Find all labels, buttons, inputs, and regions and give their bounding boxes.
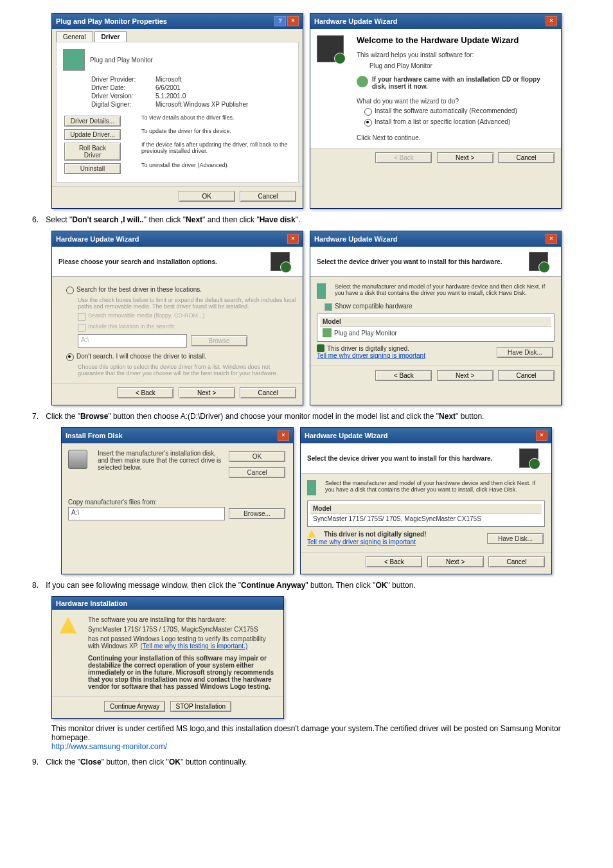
step-number: 8. (26, 581, 39, 590)
help-icon[interactable]: ? (274, 16, 286, 26)
radio-search[interactable] (66, 287, 74, 294)
rollback-driver-button[interactable]: Roll Back Driver (64, 143, 121, 161)
value: 6/6/2001 (155, 84, 181, 91)
model-header: Model (320, 317, 551, 327)
model-item[interactable]: SyncMaster 171S/ 175S/ 170S, MagicSyncMa… (310, 514, 542, 524)
cd-icon (357, 76, 368, 87)
opt-auto: Install the software automatically (Reco… (375, 107, 517, 114)
question: What do you want the wizard to do? (357, 98, 555, 105)
heading: Select the device driver you want to ins… (307, 455, 514, 462)
warning-icon (307, 529, 316, 538)
monitor-icon (317, 283, 326, 299)
close-icon[interactable]: × (287, 234, 299, 244)
cancel-button[interactable]: Cancel (240, 387, 296, 398)
dialog-title: Hardware Installation (56, 599, 127, 607)
ok-button[interactable]: OK (179, 191, 235, 202)
radio-auto[interactable] (364, 108, 372, 116)
label: Driver Version: (91, 93, 149, 100)
close-icon[interactable]: × (536, 430, 547, 441)
next-button[interactable]: Next > (179, 387, 235, 398)
signed-icon (317, 344, 324, 352)
close-icon[interactable]: × (546, 234, 557, 244)
have-disk-button[interactable]: Have Disk... (497, 347, 553, 358)
warning-text: Continuing your installation of this sof… (88, 655, 277, 690)
back-button[interactable]: < Back (117, 387, 173, 398)
back-button: < Back (375, 152, 432, 163)
browse-button[interactable]: Browse... (229, 508, 285, 519)
radio-no-search[interactable] (66, 353, 74, 361)
tab-general[interactable]: General (56, 31, 93, 42)
hardware-installation-warning-dialog: Hardware Installation The software you a… (51, 596, 284, 719)
chk-removable (78, 313, 85, 321)
opt-advanced: Install from a list or specific location… (375, 118, 510, 125)
radio-advanced[interactable] (364, 119, 372, 127)
value: 5.1.2001.0 (155, 93, 186, 100)
install-from-disk-dialog: Install From Disk × Insert the manufactu… (61, 427, 294, 574)
opt-search: Search for the best driver in these loca… (76, 286, 202, 293)
heading: Please choose your search and installati… (58, 258, 265, 265)
cancel-button[interactable]: Cancel (240, 191, 296, 202)
desc: To view details about the driver files. (141, 114, 235, 121)
next-button[interactable]: Next > (437, 152, 493, 163)
label: Driver Provider: (91, 76, 149, 83)
step8-text: If you can see following message window,… (46, 581, 415, 590)
monitor-icon (307, 480, 316, 495)
continue-hint: Click Next to continue. (357, 134, 555, 141)
cancel-button[interactable]: Cancel (229, 467, 285, 478)
wizard-search-options-dialog: Hardware Update Wizard × Please choose y… (51, 231, 303, 405)
browse-button: Browse (191, 335, 247, 346)
update-driver-button[interactable]: Update Driver... (64, 129, 121, 140)
chk-show-compat[interactable] (324, 303, 332, 311)
model-item[interactable]: Plug and Play Monitor (334, 330, 397, 337)
dialog-title: Hardware Update Wizard (305, 432, 388, 439)
samsung-link[interactable]: http://www.samsung-monitor.com/ (51, 742, 167, 751)
step-number: 6. (26, 215, 39, 224)
uninstall-button[interactable]: Uninstall (64, 163, 121, 174)
back-button[interactable]: < Back (366, 556, 422, 567)
model-list[interactable]: Model Plug and Play Monitor (317, 314, 555, 342)
ok-button[interactable]: OK (229, 451, 285, 462)
note-text: This monitor driver is under certified M… (51, 724, 587, 751)
chk-removable-label: Search removable media (floppy, CD-ROM..… (88, 312, 204, 319)
dialog-title: Hardware Update Wizard (56, 235, 139, 243)
next-button[interactable]: Next > (427, 556, 484, 567)
continue-anyway-button[interactable]: Continue Anyway (104, 701, 165, 712)
cancel-button[interactable]: Cancel (498, 152, 555, 163)
signed-text: This driver is digitally signed. (327, 345, 409, 352)
tab-driver[interactable]: Driver (94, 31, 127, 42)
close-icon[interactable]: × (278, 430, 289, 441)
cancel-button[interactable]: Cancel (498, 370, 555, 381)
device-heading: Plug and Play Monitor (90, 57, 153, 64)
cd-hint: If your hardware came with an installati… (372, 76, 555, 90)
close-icon[interactable]: × (546, 16, 557, 26)
wizard-select-driver-dialog: Hardware Update Wizard × Select the devi… (310, 231, 562, 405)
device-name: Plug and Play Monitor (369, 62, 555, 69)
signing-link[interactable]: Tell me why driver signing is important (317, 352, 425, 359)
driver-details-button[interactable]: Driver Details... (64, 116, 121, 127)
step7-text: Click the "Browse" button then choose A:… (46, 412, 484, 421)
testing-link[interactable]: (Tell me why this testing is important.) (141, 642, 248, 650)
step-number: 9. (26, 757, 39, 766)
signing-link[interactable]: Tell me why driver signing is important (307, 538, 416, 545)
close-icon[interactable]: × (287, 16, 299, 26)
model-list[interactable]: Model SyncMaster 171S/ 175S/ 170S, Magic… (307, 500, 545, 527)
step6-text: Select "Don't search ,I will.." then cli… (46, 215, 300, 224)
wizard-icon (271, 252, 290, 271)
wizard-select-driver2-dialog: Hardware Update Wizard × Select the devi… (300, 427, 552, 574)
dialog-title: Plug and Play Monitor Properties (56, 17, 167, 25)
next-button[interactable]: Next > (437, 370, 493, 381)
signed-text: This driver is not digitally signed! (324, 531, 426, 538)
dialog-title: Hardware Update Wizard (314, 235, 398, 243)
label: Driver Date: (91, 84, 149, 91)
cancel-button[interactable]: Cancel (488, 556, 545, 567)
dialog-title: Install From Disk (66, 432, 123, 439)
path-input[interactable]: A:\ (68, 507, 225, 520)
wizard-icon (519, 448, 538, 468)
instruction-text: Insert the manufacturer's installation d… (98, 450, 222, 471)
wizard-welcome-dialog: Hardware Update Wizard × Welcome to the … (310, 13, 562, 209)
stop-installation-button[interactable]: STOP Installation (170, 701, 231, 712)
step-number: 7. (26, 412, 39, 421)
back-button[interactable]: < Back (375, 370, 432, 381)
opt-no-search: Don't search. I will choose the driver t… (76, 353, 207, 360)
have-disk-button[interactable]: Have Disk... (487, 533, 544, 544)
